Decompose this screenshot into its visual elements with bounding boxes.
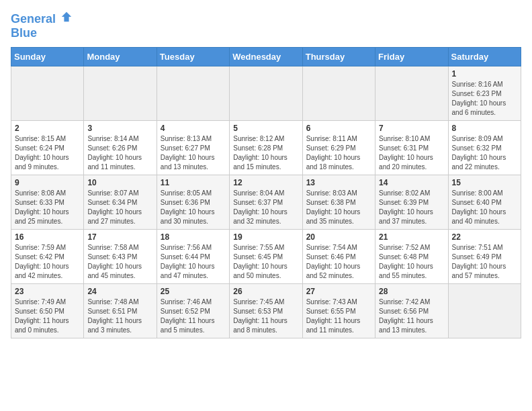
day-number: 10 [87,178,152,187]
day-info: Sunrise: 8:14 AM Sunset: 6:26 PM Dayligh… [87,134,152,172]
day-number: 23 [15,287,80,296]
calendar-cell: 16Sunrise: 7:59 AM Sunset: 6:42 PM Dayli… [11,229,84,283]
calendar-cell: 18Sunrise: 7:56 AM Sunset: 6:44 PM Dayli… [157,229,229,283]
day-info: Sunrise: 8:11 AM Sunset: 6:29 PM Dayligh… [306,134,371,172]
calendar-cell: 15Sunrise: 8:00 AM Sunset: 6:40 PM Dayli… [448,175,521,229]
day-number: 17 [87,232,152,242]
weekday-header: Thursday [302,47,375,66]
calendar-cell: 5Sunrise: 8:12 AM Sunset: 6:28 PM Daylig… [230,120,302,175]
calendar-cell: 28Sunrise: 7:42 AM Sunset: 6:56 PM Dayli… [375,283,448,338]
day-number: 12 [233,178,298,187]
calendar-cell: 26Sunrise: 7:45 AM Sunset: 6:53 PM Dayli… [230,283,302,338]
day-info: Sunrise: 8:04 AM Sunset: 6:37 PM Dayligh… [233,189,298,226]
calendar-cell: 6Sunrise: 8:11 AM Sunset: 6:29 PM Daylig… [302,120,375,175]
day-number: 14 [379,178,444,187]
calendar-cell: 17Sunrise: 7:58 AM Sunset: 6:43 PM Dayli… [84,229,157,283]
calendar-cell [84,66,157,120]
calendar-cell: 12Sunrise: 8:04 AM Sunset: 6:37 PM Dayli… [230,175,302,229]
calendar-week-row: 23Sunrise: 7:49 AM Sunset: 6:50 PM Dayli… [11,283,521,338]
calendar-cell: 22Sunrise: 7:51 AM Sunset: 6:49 PM Dayli… [448,229,521,283]
day-info: Sunrise: 8:00 AM Sunset: 6:40 PM Dayligh… [452,189,517,226]
day-info: Sunrise: 7:46 AM Sunset: 6:52 PM Dayligh… [161,298,226,335]
calendar-cell [302,66,375,120]
logo-blue: Blue [11,26,73,40]
day-number: 19 [233,232,298,242]
calendar-cell [375,66,448,120]
weekday-header: Monday [84,47,157,66]
day-number: 7 [379,124,444,133]
day-info: Sunrise: 8:02 AM Sunset: 6:39 PM Dayligh… [379,189,444,226]
calendar-cell: 9Sunrise: 8:08 AM Sunset: 6:33 PM Daylig… [11,175,84,229]
calendar-cell: 10Sunrise: 8:07 AM Sunset: 6:34 PM Dayli… [84,175,157,229]
day-info: Sunrise: 7:49 AM Sunset: 6:50 PM Dayligh… [15,298,80,335]
day-info: Sunrise: 7:52 AM Sunset: 6:48 PM Dayligh… [379,243,444,281]
day-info: Sunrise: 8:07 AM Sunset: 6:34 PM Dayligh… [87,189,152,226]
day-number: 27 [306,287,371,296]
day-info: Sunrise: 8:03 AM Sunset: 6:38 PM Dayligh… [306,189,371,226]
weekday-header: Tuesday [157,47,229,66]
calendar-cell: 1Sunrise: 8:16 AM Sunset: 6:23 PM Daylig… [448,66,521,120]
calendar-cell: 20Sunrise: 7:54 AM Sunset: 6:46 PM Dayli… [302,229,375,283]
day-info: Sunrise: 7:48 AM Sunset: 6:51 PM Dayligh… [87,298,152,335]
day-number: 25 [161,287,226,296]
calendar-cell: 24Sunrise: 7:48 AM Sunset: 6:51 PM Dayli… [84,283,157,338]
day-number: 8 [452,124,517,133]
calendar-header-row: SundayMondayTuesdayWednesdayThursdayFrid… [11,47,521,66]
day-info: Sunrise: 7:45 AM Sunset: 6:53 PM Dayligh… [233,298,298,335]
day-info: Sunrise: 8:09 AM Sunset: 6:32 PM Dayligh… [452,134,517,172]
calendar-cell [157,66,229,120]
day-number: 15 [452,178,517,187]
day-number: 9 [15,178,80,187]
day-info: Sunrise: 8:10 AM Sunset: 6:31 PM Dayligh… [379,134,444,172]
weekday-header: Friday [375,47,448,66]
calendar-week-row: 16Sunrise: 7:59 AM Sunset: 6:42 PM Dayli… [11,229,521,283]
logo: General Blue [11,11,73,40]
logo-icon [60,11,73,23]
calendar-week-row: 9Sunrise: 8:08 AM Sunset: 6:33 PM Daylig… [11,175,521,229]
day-number: 22 [452,232,517,242]
day-number: 5 [233,124,298,133]
calendar-cell: 11Sunrise: 8:05 AM Sunset: 6:36 PM Dayli… [157,175,229,229]
day-number: 1 [452,69,517,79]
day-number: 26 [233,287,298,296]
day-info: Sunrise: 7:42 AM Sunset: 6:56 PM Dayligh… [379,298,444,335]
day-info: Sunrise: 8:13 AM Sunset: 6:27 PM Dayligh… [161,134,226,172]
day-info: Sunrise: 7:59 AM Sunset: 6:42 PM Dayligh… [15,243,80,281]
weekday-header: Sunday [11,47,84,66]
day-number: 4 [161,124,226,133]
calendar-cell: 2Sunrise: 8:15 AM Sunset: 6:24 PM Daylig… [11,120,84,175]
weekday-header: Saturday [448,47,521,66]
page-header: General Blue [11,11,521,40]
day-number: 13 [306,178,371,187]
weekday-header: Wednesday [230,47,302,66]
day-number: 20 [306,232,371,242]
day-info: Sunrise: 7:58 AM Sunset: 6:43 PM Dayligh… [87,243,152,281]
day-number: 18 [161,232,226,242]
logo-text: General [11,11,73,26]
calendar-cell: 8Sunrise: 8:09 AM Sunset: 6:32 PM Daylig… [448,120,521,175]
calendar-cell: 27Sunrise: 7:43 AM Sunset: 6:55 PM Dayli… [302,283,375,338]
day-info: Sunrise: 8:12 AM Sunset: 6:28 PM Dayligh… [233,134,298,172]
day-info: Sunrise: 8:15 AM Sunset: 6:24 PM Dayligh… [15,134,80,172]
calendar-week-row: 2Sunrise: 8:15 AM Sunset: 6:24 PM Daylig… [11,120,521,175]
day-number: 11 [161,178,226,187]
day-info: Sunrise: 7:56 AM Sunset: 6:44 PM Dayligh… [161,243,226,281]
day-number: 3 [87,124,152,133]
day-number: 2 [15,124,80,133]
calendar-cell: 3Sunrise: 8:14 AM Sunset: 6:26 PM Daylig… [84,120,157,175]
calendar-cell: 4Sunrise: 8:13 AM Sunset: 6:27 PM Daylig… [157,120,229,175]
day-number: 6 [306,124,371,133]
day-info: Sunrise: 7:43 AM Sunset: 6:55 PM Dayligh… [306,298,371,335]
day-number: 21 [379,232,444,242]
calendar-cell [11,66,84,120]
calendar-table: SundayMondayTuesdayWednesdayThursdayFrid… [11,47,521,338]
day-number: 28 [379,287,444,296]
calendar-cell: 13Sunrise: 8:03 AM Sunset: 6:38 PM Dayli… [302,175,375,229]
calendar-cell: 21Sunrise: 7:52 AM Sunset: 6:48 PM Dayli… [375,229,448,283]
day-number: 24 [87,287,152,296]
day-info: Sunrise: 8:05 AM Sunset: 6:36 PM Dayligh… [161,189,226,226]
calendar-cell [448,283,521,338]
svg-marker-0 [62,12,71,21]
day-number: 16 [15,232,80,242]
calendar-cell: 25Sunrise: 7:46 AM Sunset: 6:52 PM Dayli… [157,283,229,338]
